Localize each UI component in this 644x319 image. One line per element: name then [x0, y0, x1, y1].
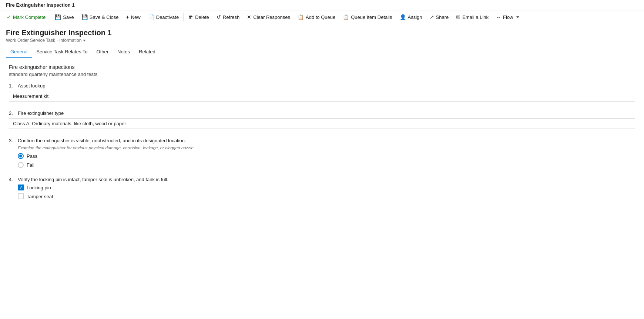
- checkbox-label-tamper-seal: Tamper seal: [27, 194, 53, 199]
- question-num-3: 3.: [9, 138, 16, 143]
- queue-item-details-icon: 📋: [343, 14, 349, 20]
- email-a-link-label: Email a Link: [462, 14, 489, 20]
- deactivate-icon: 📄: [148, 14, 154, 20]
- radio-circle-fail: [18, 162, 24, 168]
- radio-option-pass[interactable]: Pass: [18, 153, 635, 159]
- toolbar-divider: [183, 13, 184, 21]
- save-close-icon: 💾: [81, 14, 88, 20]
- clear-responses-button[interactable]: ✕Clear Responses: [243, 12, 294, 22]
- save-label: Save: [63, 14, 74, 20]
- flow-label: Flow: [503, 14, 513, 20]
- share-label: Share: [436, 14, 449, 20]
- title-bar: Fire Extinguisher Inspection 1: [0, 0, 644, 10]
- queue-item-details-label: Queue Item Details: [351, 14, 392, 20]
- checkbox-box-locking-pin: [18, 185, 24, 190]
- queue-item-details-button[interactable]: 📋Queue Item Details: [339, 12, 396, 22]
- question-label-2: 2.Fire extinguisher type: [9, 110, 635, 116]
- question-text-4: Verify the locking pin is intact, tamper…: [18, 177, 168, 182]
- mark-complete-icon: ✓: [7, 14, 11, 20]
- email-a-link-button[interactable]: ✉Email a Link: [452, 12, 492, 22]
- radio-group-3: PassFail: [18, 153, 635, 168]
- email-a-link-icon: ✉: [456, 14, 460, 20]
- breadcrumb-info-dropdown[interactable]: Information: [59, 38, 86, 43]
- question-num-2: 2.: [9, 110, 16, 116]
- question-num-4: 4.: [9, 177, 16, 182]
- checkbox-option-locking-pin[interactable]: Locking pin: [18, 185, 635, 190]
- breadcrumb-part1: Work Order Service Task: [6, 38, 55, 43]
- radio-label-pass: Pass: [27, 153, 37, 159]
- toolbar: ✓Mark Complete💾Save💾Save & Close+New📄Dea…: [0, 10, 644, 24]
- question-block-2: 2.Fire extinguisher type: [9, 110, 635, 129]
- assign-button[interactable]: 👤Assign: [396, 12, 426, 22]
- question-label-3: 3.Confirm the extinguisher is visible, u…: [9, 138, 635, 143]
- intro-large: Fire extinguisher inspections: [9, 64, 635, 70]
- question-input-1[interactable]: [9, 91, 635, 102]
- refresh-label: Refresh: [223, 14, 240, 20]
- question-text-1: Asset lookup: [18, 83, 45, 89]
- page-title: Fire Extinguisher Inspection 1: [6, 29, 638, 37]
- intro-small: standard quarterly maintenance and tests: [9, 72, 635, 77]
- share-icon: ↗: [430, 14, 434, 20]
- checkbox-option-tamper-seal[interactable]: Tamper seal: [18, 193, 635, 199]
- breadcrumb-part2: Information: [59, 38, 81, 43]
- flow-button[interactable]: ↔Flow: [492, 12, 523, 22]
- save-close-label: Save & Close: [90, 14, 119, 20]
- tab-general[interactable]: General: [6, 46, 32, 58]
- checkbox-box-tamper-seal: [18, 193, 24, 199]
- new-icon: +: [126, 14, 129, 20]
- toolbar-divider: [50, 13, 50, 21]
- delete-label: Delete: [195, 14, 209, 20]
- question-text-2: Fire extinguisher type: [18, 110, 64, 116]
- radio-option-fail[interactable]: Fail: [18, 162, 635, 168]
- clear-responses-label: Clear Responses: [253, 14, 290, 20]
- deactivate-button[interactable]: 📄Deactivate: [144, 12, 182, 22]
- checkbox-label-locking-pin: Locking pin: [27, 185, 51, 190]
- add-to-queue-label: Add to Queue: [306, 14, 335, 20]
- refresh-button[interactable]: ↺Refresh: [213, 12, 244, 22]
- breadcrumb-separator: ·: [57, 38, 58, 43]
- share-button[interactable]: ↗Share: [426, 12, 453, 22]
- tab-related[interactable]: Related: [134, 46, 160, 58]
- question-text-3: Confirm the extinguisher is visible, uno…: [18, 138, 186, 143]
- checkbox-group-4: Locking pinTamper seal: [18, 185, 635, 199]
- breadcrumb: Work Order Service Task · Information: [6, 38, 638, 43]
- question-label-1: 1.Asset lookup: [9, 83, 635, 89]
- question-input-2[interactable]: [9, 118, 635, 129]
- question-block-4: 4.Verify the locking pin is intact, tamp…: [9, 177, 635, 199]
- tabs: GeneralService Task Relates ToOtherNotes…: [0, 46, 644, 58]
- question-label-4: 4.Verify the locking pin is intact, tamp…: [9, 177, 635, 182]
- add-to-queue-icon: 📋: [298, 14, 304, 20]
- save-close-button[interactable]: 💾Save & Close: [78, 12, 123, 22]
- delete-button[interactable]: 🗑Delete: [184, 12, 213, 22]
- mark-complete-button[interactable]: ✓Mark Complete: [3, 12, 49, 22]
- question-block-3: 3.Confirm the extinguisher is visible, u…: [9, 138, 635, 168]
- assign-label: Assign: [408, 14, 422, 20]
- question-block-1: 1.Asset lookup: [9, 83, 635, 102]
- flow-icon: ↔: [496, 14, 501, 20]
- save-icon: 💾: [55, 14, 61, 20]
- radio-circle-pass: [18, 153, 24, 159]
- tab-notes[interactable]: Notes: [113, 46, 134, 58]
- deactivate-label: Deactivate: [156, 14, 179, 20]
- clear-responses-icon: ✕: [247, 14, 251, 20]
- page-header: Fire Extinguisher Inspection 1 Work Orde…: [0, 24, 644, 43]
- window-title: Fire Extinguisher Inspection 1: [6, 2, 75, 8]
- save-button[interactable]: 💾Save: [51, 12, 78, 22]
- add-to-queue-button[interactable]: 📋Add to Queue: [294, 12, 339, 22]
- question-hint-3: Examine the extinguisher for obvious phy…: [18, 146, 635, 150]
- radio-label-fail: Fail: [27, 162, 34, 168]
- tab-service-task-relates-to[interactable]: Service Task Relates To: [32, 46, 92, 58]
- content-area: Fire extinguisher inspections standard q…: [0, 58, 644, 214]
- question-num-1: 1.: [9, 83, 16, 89]
- new-button[interactable]: +New: [123, 12, 144, 22]
- mark-complete-label: Mark Complete: [13, 14, 46, 20]
- refresh-icon: ↺: [217, 14, 221, 20]
- new-label: New: [131, 14, 141, 20]
- tab-other[interactable]: Other: [92, 46, 113, 58]
- assign-icon: 👤: [400, 14, 406, 20]
- delete-icon: 🗑: [188, 14, 193, 20]
